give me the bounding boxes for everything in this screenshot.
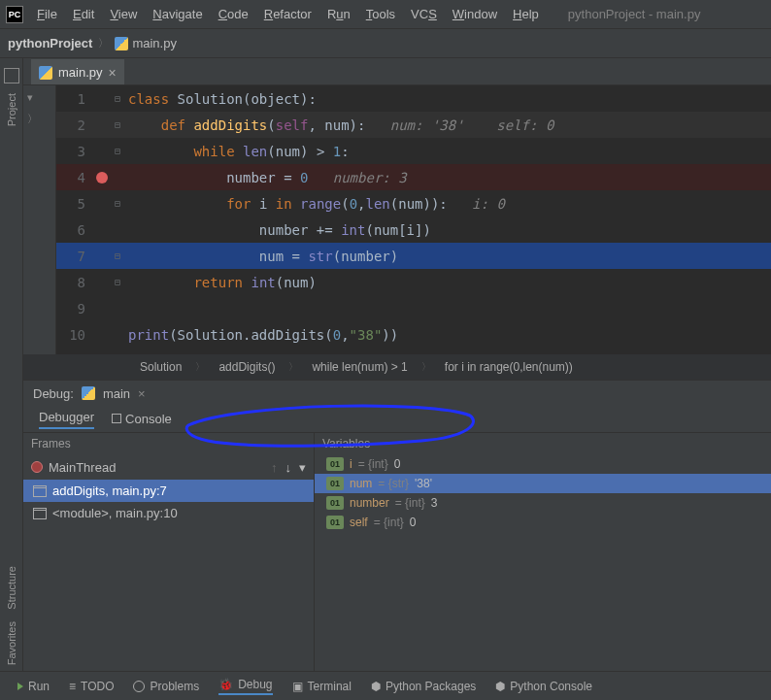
debug-body: Frames MainThread ↑ ↓ ▾ addDigits, main.… (23, 433, 771, 671)
main-body: Project Structure Favorites main.py × ▾ … (0, 58, 771, 671)
debug-header: Debug: main × (23, 381, 771, 406)
rail-structure[interactable]: Structure (6, 566, 17, 610)
tool-terminal[interactable]: ▣ Terminal (292, 680, 352, 693)
chevron-right-icon: 〉 (98, 36, 109, 50)
breakpoint-icon[interactable] (96, 172, 108, 183)
nav-bar: pythonProject 〉 main.py (0, 29, 771, 58)
debug-title: Debug: (33, 386, 74, 401)
code-area[interactable]: 1⊟class Solution(object): 2⊟ def addDigi… (56, 85, 771, 354)
frames-panel: Frames MainThread ↑ ↓ ▾ addDigits, main.… (23, 433, 315, 671)
variable-row[interactable]: 01num= {str}'38' (315, 474, 771, 493)
menu-tools[interactable]: Tools (358, 3, 403, 25)
tool-debug[interactable]: 🐞 Debug (218, 678, 272, 695)
editor-tabs: main.py × (23, 58, 771, 85)
variables-label: Variables (315, 433, 771, 454)
menu-refactor[interactable]: Refactor (256, 3, 319, 25)
thread-selector[interactable]: MainThread (31, 460, 263, 475)
frames-toolbar: MainThread ↑ ↓ ▾ (23, 454, 314, 480)
variable-row[interactable]: 01number= {int}3 (315, 493, 771, 513)
editor-main: main.py × ▾ 〉 1⊟class Solution(object): … (23, 58, 771, 671)
console-icon (112, 414, 121, 423)
frames-list: addDigits, main.py:7 <module>, main.py:1… (23, 480, 314, 671)
tab-debugger[interactable]: Debugger (39, 410, 94, 429)
menu-code[interactable]: Code (211, 3, 256, 25)
tool-python-packages[interactable]: ⬢ Python Packages (371, 680, 476, 693)
menu-view[interactable]: View (102, 3, 145, 25)
project-tool-icon[interactable] (4, 68, 19, 83)
tab-label: main.py (58, 65, 103, 80)
structure-breadcrumbs: Solution〉 addDigits()〉 while len(num) > … (23, 354, 771, 380)
menu-edit[interactable]: Edit (65, 3, 102, 25)
debug-tool-window: Debug: main × Debugger Console Frames (23, 380, 771, 671)
frames-label: Frames (23, 433, 314, 454)
code-editor[interactable]: ▾ 〉 1⊟class Solution(object): 2⊟ def add… (23, 85, 771, 354)
menu-vcs[interactable]: VCS (403, 3, 445, 25)
variable-row[interactable]: 01self= {int}0 (315, 513, 771, 532)
python-file-icon (115, 37, 128, 50)
menu-run[interactable]: Run (319, 3, 358, 25)
crumb-fn[interactable]: addDigits() (218, 360, 275, 374)
python-run-icon (82, 386, 95, 400)
thread-name: MainThread (49, 460, 116, 475)
menu-bar: PC File Edit View Navigate Code Refactor… (0, 0, 771, 29)
menu-navigate[interactable]: Navigate (145, 3, 210, 25)
tool-problems[interactable]: Problems (133, 680, 199, 693)
menu-window[interactable]: Window (445, 3, 505, 25)
crumb-while[interactable]: while len(num) > 1 (312, 360, 407, 374)
variable-row[interactable]: 01i= {int}0 (315, 454, 771, 474)
close-icon[interactable]: × (138, 386, 146, 401)
tab-main-py[interactable]: main.py × (31, 59, 124, 84)
left-tool-rail: Project Structure Favorites (0, 58, 23, 671)
var-badge-icon: 01 (326, 496, 344, 510)
variables-list: 01i= {int}0 01num= {str}'38' 01number= {… (315, 454, 771, 671)
menu-help[interactable]: Help (505, 3, 547, 25)
debug-subtabs: Debugger Console (23, 406, 771, 433)
next-frame-icon[interactable]: ↓ (285, 460, 292, 475)
editor-wrap: ▾ 〉 1⊟class Solution(object): 2⊟ def add… (23, 85, 771, 671)
run-icon (17, 683, 23, 690)
stackframe-icon (33, 485, 47, 497)
rail-favorites[interactable]: Favorites (6, 621, 17, 665)
variables-panel: Variables 01i= {int}0 01num= {str}'38' 0… (315, 433, 771, 671)
tool-run[interactable]: Run (17, 680, 50, 693)
frames-menu-icon[interactable]: ▾ (299, 460, 306, 475)
frame-item[interactable]: addDigits, main.py:7 (23, 480, 314, 502)
frame-item[interactable]: <module>, main.py:10 (23, 502, 314, 524)
tool-todo[interactable]: ≡ TODO (69, 680, 114, 693)
debug-run-config[interactable]: main (103, 386, 130, 401)
menu-file[interactable]: File (29, 3, 65, 25)
crumb-class[interactable]: Solution (140, 360, 182, 374)
tool-python-console[interactable]: ⬢ Python Console (495, 680, 592, 693)
crumb-for[interactable]: for i in range(0,len(num)) (445, 360, 573, 374)
window-title: pythonProject - main.py (568, 7, 701, 21)
stackframe-icon (33, 508, 47, 519)
nav-project[interactable]: pythonProject (8, 36, 92, 50)
nav-file-label: main.py (132, 36, 177, 50)
bottom-tool-bar: Run ≡ TODO Problems 🐞 Debug ▣ Terminal ⬢… (0, 671, 771, 700)
problems-icon (133, 681, 145, 692)
rail-project[interactable]: Project (6, 93, 17, 126)
tab-console[interactable]: Console (112, 412, 172, 426)
python-file-icon (39, 66, 52, 80)
nav-file[interactable]: main.py (115, 36, 177, 50)
ide-logo-icon: PC (6, 6, 23, 23)
var-badge-icon: 01 (326, 457, 344, 471)
var-badge-icon: 01 (326, 516, 344, 529)
var-badge-icon: 01 (326, 477, 344, 490)
main-menu: File Edit View Navigate Code Refactor Ru… (29, 3, 547, 25)
prev-frame-icon[interactable]: ↑ (271, 460, 278, 475)
close-tab-icon[interactable]: × (109, 65, 117, 81)
thread-status-icon (31, 461, 43, 473)
project-gutter[interactable]: ▾ 〉 (23, 85, 56, 354)
